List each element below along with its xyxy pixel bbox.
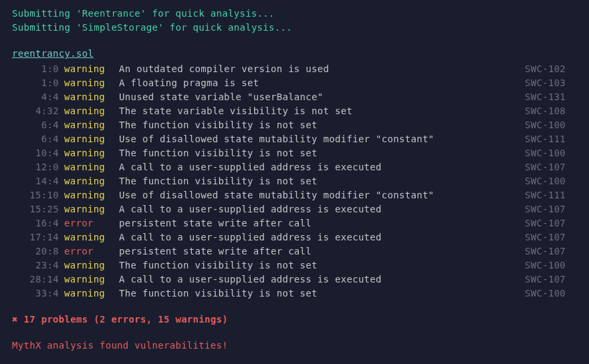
issue-severity: warning <box>62 104 116 118</box>
issue-location: 10:4 <box>12 146 62 160</box>
issue-location: 33:4 <box>12 287 62 301</box>
filename-header: reentrancy.sol <box>12 47 94 61</box>
issue-message: The function visibility is not set <box>116 146 525 160</box>
issue-location: 15:10 <box>12 188 62 202</box>
issue-row: 1:0warningAn outdated compiler version i… <box>12 62 577 76</box>
issue-location: 4:4 <box>12 90 62 104</box>
issue-message: The state variable visibility is not set <box>116 104 525 118</box>
issue-code: SWC-100 <box>525 174 577 188</box>
issue-location: 6:4 <box>12 132 62 146</box>
issue-severity: warning <box>62 202 116 216</box>
issue-location: 23:4 <box>12 258 62 272</box>
issue-row: 16:4errorpersistent state write after ca… <box>12 216 577 230</box>
issue-location: 16:4 <box>12 216 62 230</box>
issue-location: 28:14 <box>12 272 62 287</box>
issue-code: SWC-107 <box>525 216 577 230</box>
issue-code: SWC-108 <box>525 104 577 118</box>
issue-message: A call to a user-supplied address is exe… <box>116 160 525 174</box>
issue-row: 4:32warningThe state variable visibility… <box>12 104 577 118</box>
issue-code: SWC-111 <box>525 132 577 146</box>
issue-code: SWC-100 <box>525 146 577 160</box>
issue-location: 1:0 <box>12 76 62 90</box>
issue-code: SWC-100 <box>525 258 577 272</box>
issue-severity: warning <box>62 90 116 104</box>
issue-severity: warning <box>62 174 116 188</box>
issue-message: The function visibility is not set <box>116 118 525 132</box>
issue-message: An outdated compiler version is used <box>116 62 525 76</box>
submission-lines: Submitting 'Reentrance' for quick analys… <box>12 7 577 35</box>
issue-message: A floating pragma is set <box>116 76 525 90</box>
issue-row: 28:14warningA call to a user-supplied ad… <box>12 272 577 287</box>
issue-location: 14:4 <box>12 174 62 188</box>
issue-location: 6:4 <box>12 118 62 132</box>
issue-severity: warning <box>62 76 116 90</box>
issue-code: SWC-107 <box>525 230 577 244</box>
issue-code: SWC-103 <box>525 76 577 90</box>
issue-row: 4:4warningUnused state variable "userBal… <box>12 90 577 104</box>
issue-severity: warning <box>62 230 116 244</box>
issue-row: 23:4warningThe function visibility is no… <box>12 258 577 272</box>
issue-severity: warning <box>62 62 116 76</box>
issue-row: 1:0warningA floating pragma is setSWC-10… <box>12 76 577 90</box>
issue-message: Use of disallowed state mutability modif… <box>116 132 525 146</box>
analysis-footer: MythX analysis found vulnerabilities! <box>12 339 577 353</box>
issue-severity: error <box>62 244 116 258</box>
issue-location: 17:14 <box>12 230 62 244</box>
issue-code: SWC-100 <box>525 118 577 132</box>
issue-severity: warning <box>62 188 116 202</box>
issue-severity: warning <box>62 160 116 174</box>
issue-severity: warning <box>62 258 116 272</box>
issue-code: SWC-111 <box>525 188 577 202</box>
issue-message: Unused state variable "userBalance" <box>116 90 525 104</box>
issue-severity: warning <box>62 287 116 301</box>
issue-location: 4:32 <box>12 104 62 118</box>
issue-severity: warning <box>62 132 116 146</box>
issue-message: A call to a user-supplied address is exe… <box>116 272 525 287</box>
issue-message: persistent state write after call <box>116 216 525 230</box>
issue-message: A call to a user-supplied address is exe… <box>116 202 525 216</box>
issue-severity: warning <box>62 272 116 287</box>
issue-message: The function visibility is not set <box>116 258 525 272</box>
issue-severity: error <box>62 216 116 230</box>
issue-code: SWC-100 <box>525 287 577 301</box>
issue-location: 20:8 <box>12 244 62 258</box>
issue-message: The function visibility is not set <box>116 174 525 188</box>
issue-code: SWC-107 <box>525 272 577 287</box>
issue-row: 10:4warningThe function visibility is no… <box>12 146 577 160</box>
issue-row: 33:4warningThe function visibility is no… <box>12 287 577 301</box>
issue-severity: warning <box>62 146 116 160</box>
issue-row: 6:4warningUse of disallowed state mutabi… <box>12 132 577 146</box>
issue-code: SWC-107 <box>525 244 577 258</box>
problems-summary: ✖ 17 problems (2 errors, 15 warnings) <box>12 313 577 327</box>
issue-row: 15:10warningUse of disallowed state muta… <box>12 188 577 202</box>
issue-code: SWC-107 <box>525 160 577 174</box>
issue-code: SWC-102 <box>525 62 577 76</box>
issue-row: 12:0warningA call to a user-supplied add… <box>12 160 577 174</box>
issue-row: 15:25warningA call to a user-supplied ad… <box>12 202 577 216</box>
issue-code: SWC-131 <box>525 90 577 104</box>
terminal-output: Submitting 'Reentrance' for quick analys… <box>12 7 577 353</box>
issue-code: SWC-107 <box>525 202 577 216</box>
cross-icon: ✖ <box>12 314 18 325</box>
issue-severity: warning <box>62 118 116 132</box>
issue-location: 12:0 <box>12 160 62 174</box>
issue-location: 1:0 <box>12 62 62 76</box>
issue-message: Use of disallowed state mutability modif… <box>116 188 525 202</box>
issues-list: 1:0warningAn outdated compiler version i… <box>12 62 577 301</box>
issue-message: persistent state write after call <box>116 244 525 258</box>
issue-row: 14:4warningThe function visibility is no… <box>12 174 577 188</box>
issue-message: The function visibility is not set <box>116 287 525 301</box>
issue-message: A call to a user-supplied address is exe… <box>116 230 525 244</box>
summary-text: 17 problems (2 errors, 15 warnings) <box>18 314 228 325</box>
submission-line: Submitting 'SimpleStorage' for quick ana… <box>12 21 577 35</box>
submission-line: Submitting 'Reentrance' for quick analys… <box>12 7 577 21</box>
issue-row: 17:14warningA call to a user-supplied ad… <box>12 230 577 244</box>
issue-row: 6:4warningThe function visibility is not… <box>12 118 577 132</box>
issue-location: 15:25 <box>12 202 62 216</box>
issue-row: 20:8errorpersistent state write after ca… <box>12 244 577 258</box>
